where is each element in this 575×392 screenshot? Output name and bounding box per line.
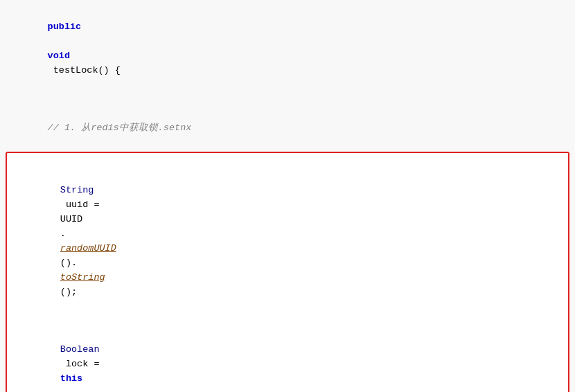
class-uuid: UUID: [60, 214, 82, 224]
comment-1: // 1. 从redis中获取锁.setnx: [48, 123, 192, 133]
keyword-public: public: [48, 21, 82, 32]
highlight-box-uuid: String uuid = UUID . randomUUID (). toSt…: [6, 152, 569, 392]
method-randomuuid: randomUUID: [60, 243, 116, 253]
code-line-2: // 1. 从redis中获取锁.setnx: [0, 93, 575, 151]
type-string: String: [60, 185, 94, 195]
code-container: public void testLock() { // 1. 从redis中获取…: [0, 0, 575, 392]
type-boolean: Boolean: [60, 344, 100, 355]
keyword-this: this: [60, 373, 82, 384]
method-tostring: toString: [60, 272, 105, 283]
code-line-4: Boolean lock = this . redisTemplate . op…: [7, 314, 568, 392]
code-line-1: public void testLock() {: [0, 6, 575, 93]
code-line-3: String uuid = UUID . randomUUID (). toSt…: [7, 154, 568, 314]
keyword-void: void: [48, 51, 70, 61]
